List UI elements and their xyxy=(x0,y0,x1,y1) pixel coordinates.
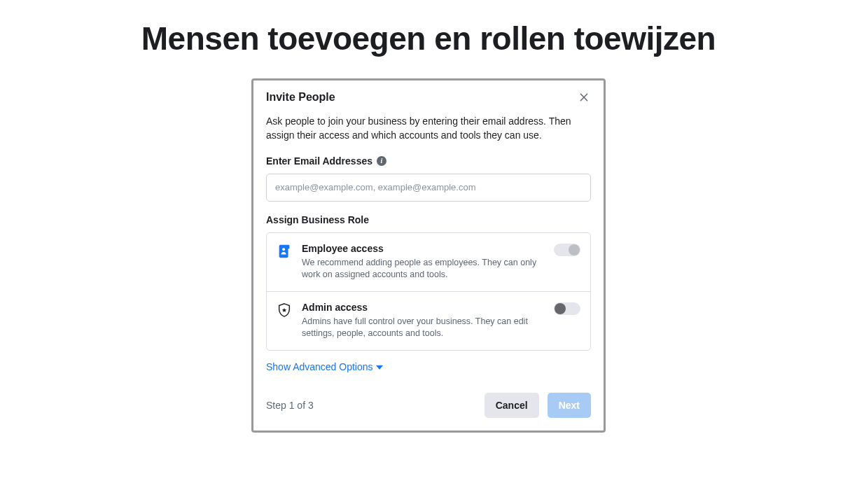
role-desc-employee: We recommend adding people as employees.… xyxy=(302,257,544,281)
toggle-admin[interactable] xyxy=(554,302,580,315)
role-title-employee: Employee access xyxy=(302,243,544,254)
close-icon[interactable] xyxy=(577,90,591,104)
toggle-knob xyxy=(555,303,566,314)
modal-header: Invite People xyxy=(253,80,604,111)
modal-title: Invite People xyxy=(266,91,335,104)
modal-body: Ask people to join your business by ente… xyxy=(253,111,604,382)
employee-icon xyxy=(277,244,292,259)
assign-role-label: Assign Business Role xyxy=(266,214,591,225)
admin-icon xyxy=(277,302,292,318)
role-row-admin: Admin access Admins have full control ov… xyxy=(267,291,590,350)
invite-people-modal: Invite People Ask people to join your bu… xyxy=(251,78,606,433)
step-label: Step 1 of 3 xyxy=(266,400,314,411)
modal-footer: Step 1 of 3 Cancel Next xyxy=(253,382,604,430)
email-label-row: Enter Email Addresses i xyxy=(266,155,591,167)
modal-description: Ask people to join your business by ente… xyxy=(266,114,591,143)
role-list: Employee access We recommend adding peop… xyxy=(266,232,591,351)
svg-rect-2 xyxy=(279,244,288,257)
email-input[interactable] xyxy=(266,174,591,202)
role-desc-admin: Admins have full control over your busin… xyxy=(302,316,544,340)
info-icon[interactable]: i xyxy=(377,156,386,166)
next-button[interactable]: Next xyxy=(548,393,591,418)
role-text-admin: Admin access Admins have full control ov… xyxy=(302,302,544,340)
page-title: Mensen toevoegen en rollen toewijzen xyxy=(0,20,857,57)
svg-point-3 xyxy=(282,248,285,251)
svg-rect-4 xyxy=(287,244,290,248)
show-advanced-options-link[interactable]: Show Advanced Options xyxy=(266,361,383,372)
email-field-label: Enter Email Addresses xyxy=(266,155,372,167)
toggle-employee[interactable] xyxy=(554,244,580,256)
role-text-employee: Employee access We recommend adding peop… xyxy=(302,243,544,281)
modal-container: Invite People Ask people to join your bu… xyxy=(0,78,857,433)
advanced-options-label: Show Advanced Options xyxy=(266,361,373,372)
role-title-admin: Admin access xyxy=(302,302,544,313)
toggle-knob xyxy=(569,244,580,255)
role-row-employee: Employee access We recommend adding peop… xyxy=(267,233,590,291)
chevron-down-icon xyxy=(376,365,383,370)
cancel-button[interactable]: Cancel xyxy=(485,393,539,418)
